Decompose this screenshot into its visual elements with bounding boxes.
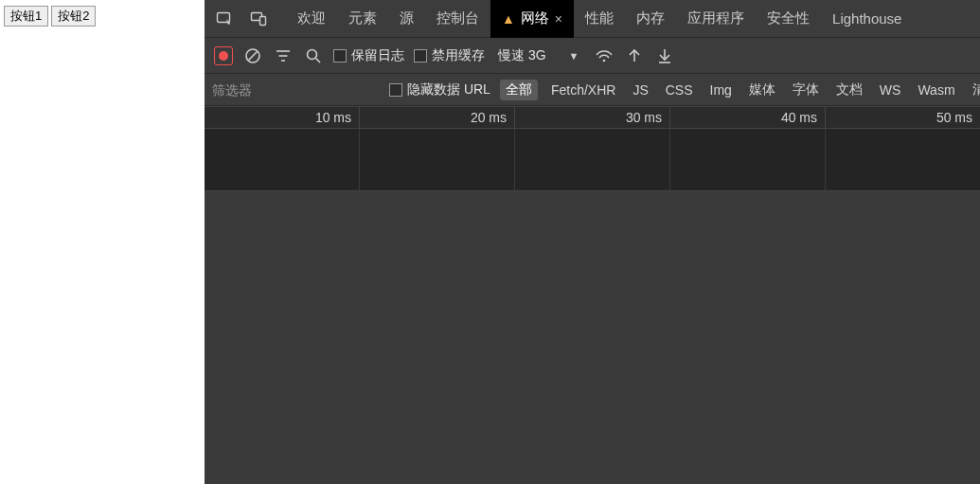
search-icon[interactable] (303, 45, 324, 66)
tab-elements[interactable]: 元素 (337, 0, 388, 38)
timeline-tick: 50 ms (826, 107, 980, 128)
timeline-ruler[interactable]: 10 ms 20 ms 30 ms 40 ms 50 ms (205, 106, 980, 129)
throttling-select[interactable]: 慢速 3G (494, 47, 550, 64)
tab-label: 元素 (348, 9, 377, 27)
hide-data-urls-label: 隐藏数据 URL (407, 81, 490, 99)
filter-type-doc[interactable]: 文档 (832, 80, 866, 100)
page-button-2[interactable]: 按钮2 (51, 6, 96, 27)
page-content: 按钮1按钮2 (0, 0, 205, 484)
filter-type-fetchxhr[interactable]: Fetch/XHR (547, 81, 619, 99)
hide-data-urls-input[interactable] (389, 83, 402, 97)
filter-icon[interactable] (273, 45, 294, 66)
tab-console[interactable]: 控制台 (425, 0, 490, 38)
tab-performance[interactable]: 性能 (574, 0, 625, 38)
preserve-log-input[interactable] (333, 49, 347, 63)
tab-label: 源 (400, 9, 414, 27)
tab-label: 欢迎 (297, 9, 326, 27)
devtools-tabbar: 欢迎 元素 源 控制台 ▲ 网络 × 性能 内存 应用程序 安全性 Lighth… (205, 0, 980, 38)
filter-type-all[interactable]: 全部 (500, 80, 538, 100)
timeline-tick: 20 ms (360, 107, 515, 128)
filter-type-font[interactable]: 字体 (789, 80, 823, 100)
preserve-log-checkbox[interactable]: 保留日志 (333, 47, 404, 64)
inspect-element-icon[interactable] (210, 5, 239, 33)
filter-type-manifest[interactable]: 清单 (969, 80, 980, 100)
disable-cache-label: 禁用缓存 (432, 47, 485, 64)
tab-security[interactable]: 安全性 (756, 0, 821, 38)
network-conditions-icon[interactable] (594, 45, 615, 66)
timeline-overview[interactable] (205, 129, 980, 191)
network-request-list[interactable] (205, 191, 980, 484)
svg-line-4 (249, 51, 258, 60)
filter-input[interactable] (210, 79, 380, 101)
record-button[interactable] (214, 46, 233, 65)
tab-network[interactable]: ▲ 网络 × (490, 0, 574, 38)
hide-data-urls-checkbox[interactable]: 隐藏数据 URL (389, 81, 490, 99)
svg-line-9 (316, 58, 321, 63)
upload-icon[interactable] (624, 45, 645, 66)
timeline-tick: 40 ms (670, 107, 826, 128)
close-icon[interactable]: × (555, 11, 562, 27)
page-button-1[interactable]: 按钮1 (4, 6, 48, 27)
tab-label: 应用程序 (687, 9, 744, 27)
tab-label: 性能 (585, 9, 614, 27)
preserve-log-label: 保留日志 (351, 47, 404, 64)
tab-welcome[interactable]: 欢迎 (286, 0, 337, 38)
tab-sources[interactable]: 源 (388, 0, 425, 38)
tab-label: 内存 (636, 9, 665, 27)
clear-icon[interactable] (242, 45, 263, 66)
devtools-panel: 欢迎 元素 源 控制台 ▲ 网络 × 性能 内存 应用程序 安全性 Lighth… (205, 0, 980, 484)
filter-type-wasm[interactable]: Wasm (914, 81, 958, 99)
chevron-down-icon[interactable]: ▼ (569, 50, 579, 62)
network-filterbar: 隐藏数据 URL 全部 Fetch/XHR JS CSS Img 媒体 字体 文… (205, 74, 980, 106)
svg-rect-2 (260, 16, 266, 25)
disable-cache-input[interactable] (414, 49, 427, 63)
filter-type-css[interactable]: CSS (662, 81, 697, 99)
timeline-tick: 10 ms (205, 107, 360, 128)
svg-point-8 (308, 49, 317, 59)
filter-type-media[interactable]: 媒体 (745, 80, 779, 100)
tab-label: Lighthouse (832, 10, 901, 27)
tab-label: 控制台 (437, 9, 479, 27)
tab-label: 网络 (521, 9, 549, 27)
tab-label: 安全性 (767, 9, 810, 27)
network-toolbar: 保留日志 禁用缓存 慢速 3G ▼ (205, 38, 980, 74)
warning-icon: ▲ (502, 11, 515, 27)
tab-lighthouse[interactable]: Lighthouse (821, 0, 913, 38)
svg-point-10 (603, 59, 606, 62)
tab-application[interactable]: 应用程序 (676, 0, 756, 38)
tab-memory[interactable]: 内存 (625, 0, 676, 38)
filter-type-img[interactable]: Img (706, 81, 736, 99)
filter-type-js[interactable]: JS (629, 81, 651, 99)
download-icon[interactable] (654, 45, 675, 66)
filter-type-ws[interactable]: WS (876, 81, 905, 99)
disable-cache-checkbox[interactable]: 禁用缓存 (414, 47, 485, 64)
timeline-tick: 30 ms (515, 107, 670, 128)
record-dot-icon (219, 51, 228, 61)
device-toggle-icon[interactable] (244, 5, 273, 33)
